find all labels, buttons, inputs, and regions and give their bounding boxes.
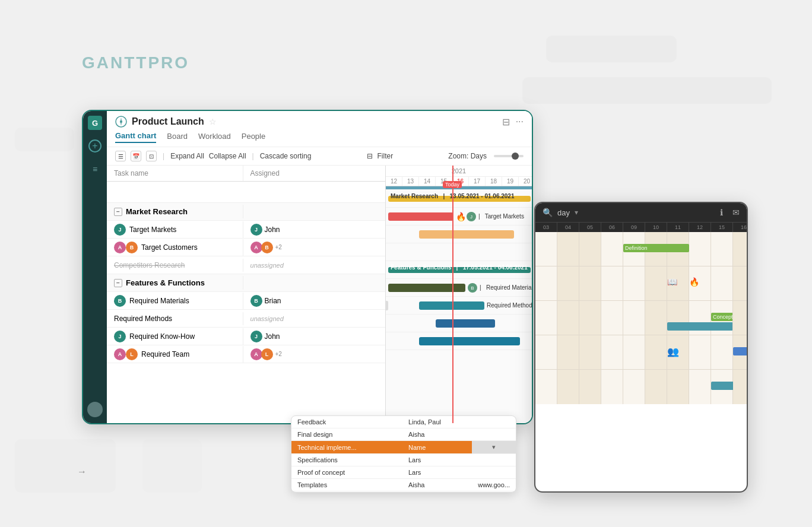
section-toggle-features[interactable]: − — [114, 279, 122, 287]
cal-date-15: 15 — [711, 223, 733, 232]
more-options-icon[interactable]: ··· — [516, 116, 524, 127]
zoom-label: Zoom: Days — [448, 152, 487, 160]
task-cell-required-knowhow: J Required Know-How — [107, 328, 243, 345]
second-window-calendar: 🔍 day ▾ ℹ ✉ 03 04 05 06 09 10 11 12 15 1… — [534, 202, 748, 493]
toolbar-export-icon[interactable]: ⊡ — [146, 151, 157, 161]
bar-label-tm: | Target Markets — [478, 213, 524, 220]
cell-extra-proof — [472, 466, 516, 479]
sidebar-add-button[interactable]: + — [88, 139, 102, 153]
bar-required-knowhow — [436, 319, 495, 328]
cal-mail-icon[interactable]: ✉ — [732, 208, 740, 217]
cal-row-3: Concept — [535, 301, 747, 335]
avatar-tm-chart: J — [467, 212, 476, 221]
main-gantt-window: G + ≡ Product Launch ☆ ⊟ ··· — [82, 110, 533, 424]
bar-label-rm: | Required Materials 17.05.202 — [480, 284, 532, 291]
cal-info-icon[interactable]: ℹ — [720, 208, 723, 217]
zoom-slider[interactable] — [494, 155, 524, 157]
filter-icon[interactable]: ⊟ — [367, 152, 373, 160]
cascade-sorting-btn[interactable]: Cascade sorting — [260, 152, 312, 160]
cal-cell-4-4 — [601, 335, 623, 369]
plus-badge-team: +2 — [275, 351, 282, 357]
bar-target-markets — [388, 212, 453, 221]
avatar-assigned-tc-2: B — [261, 242, 273, 253]
cal-row-1: Definition — [535, 232, 747, 266]
avatar-assigned-team-1: A — [250, 348, 262, 360]
avatar-assigned-tc-1: A — [250, 242, 262, 253]
task-name-required-materials: Required Materials — [129, 297, 189, 305]
tab-workload[interactable]: Workload — [198, 132, 231, 142]
cal-cell-5-2 — [557, 370, 579, 404]
sliders-icon[interactable]: ⊟ — [502, 116, 510, 128]
toolbar-separator-1: | — [163, 152, 164, 160]
assigned-target-customers: A B +2 — [243, 239, 385, 256]
task-cell-required-materials: B Required Materials — [107, 293, 243, 309]
avatar-john-rk: J — [114, 331, 126, 342]
cell-chevron-technical[interactable]: ▾ — [472, 441, 516, 454]
cal-cell-1-9 — [711, 232, 733, 266]
cal-cell-3-4 — [601, 301, 623, 335]
assigned-required-materials: B Brian — [243, 293, 385, 309]
cal-cell-4-8 — [689, 335, 711, 369]
project-title: Product Launch — [132, 116, 204, 127]
avatar-tc-2: B — [126, 242, 138, 253]
event-definition: Definition — [623, 244, 689, 252]
cal-cell-3-10 — [733, 301, 748, 335]
sidebar-menu-icon[interactable]: ≡ — [93, 164, 97, 174]
cal-cell-2-1 — [535, 266, 557, 300]
tab-gantt-chart[interactable]: Gantt chart — [115, 131, 156, 143]
toolbar: ☰ 📅 ⊡ | Expand All Collapse All | Cascad… — [107, 147, 532, 166]
table-row-feedback: Feedback Linda, Paul — [291, 416, 516, 428]
task-name-required-knowhow: Required Know-How — [129, 332, 195, 341]
cell-task-feedback: Feedback — [291, 416, 402, 428]
table-row-technical[interactable]: Technical impleme... Name ▾ — [291, 441, 516, 454]
cal-search-icon[interactable]: 🔍 — [543, 208, 553, 217]
chart-row-target-markets: 🔥 J | Target Markets — [386, 208, 532, 226]
bar-label-rme: Required Methods — [487, 302, 532, 309]
tab-board[interactable]: Board — [167, 132, 188, 142]
assigned-required-methods: unassigned — [243, 313, 385, 325]
avatar-assigned-john: J — [250, 224, 262, 236]
expand-all-btn[interactable]: Expand All — [170, 152, 204, 160]
assigned-competitors: unassigned — [243, 259, 385, 271]
toolbar-calendar-icon[interactable]: 📅 — [131, 151, 141, 161]
cell-assigned-technical: Name — [402, 441, 472, 454]
avatar-brian: B — [114, 295, 126, 307]
gantt-left: Task name Assigned − Market Research — [107, 166, 386, 423]
star-icon[interactable]: ☆ — [209, 117, 217, 126]
toolbar-list-icon[interactable]: ☰ — [115, 151, 126, 161]
cal-row-2: 📖 🔥 — [535, 266, 747, 301]
chart-row-features-section: Features & Functions | 17.05.2021 - 04.0… — [386, 261, 532, 279]
bar-target-customers — [419, 230, 514, 239]
app-header: Product Launch ☆ ⊟ ··· Gantt chart Board… — [107, 111, 532, 147]
avatar-tc-1: A — [114, 242, 126, 253]
cell-extra-specifications — [472, 454, 516, 466]
tab-people[interactable]: People — [242, 132, 265, 142]
scroll-left-btn[interactable]: ◀ — [386, 301, 388, 310]
cal-cell-4-6 — [645, 335, 667, 369]
day-14: 14 — [419, 177, 436, 186]
cal-cell-5-1 — [535, 370, 557, 404]
collapse-all-btn[interactable]: Collapse All — [209, 152, 246, 160]
bar-required-team — [419, 337, 520, 345]
section-assigned-features — [243, 281, 385, 285]
cal-cell-2-8 — [689, 266, 711, 300]
col-assigned-header: Assigned — [243, 166, 385, 181]
cal-cell-2-9 — [711, 266, 733, 300]
cal-cell-3-6 — [645, 301, 667, 335]
filter-label[interactable]: Filter — [378, 152, 394, 160]
sidebar-avatar[interactable] — [87, 402, 103, 417]
section-toggle-market-research[interactable]: − — [114, 208, 122, 216]
row-required-team: A L Required Team A L +2 — [107, 345, 385, 363]
task-cell-required-methods: Required Methods — [107, 312, 243, 325]
task-cell-target-markets: J Target Markets — [107, 221, 243, 238]
cell-task-technical: Technical impleme... — [291, 441, 402, 454]
cal-chevron-icon[interactable]: ▾ — [575, 208, 578, 217]
section-task-cell-market-research: − Market Research — [107, 205, 243, 218]
cell-extra-templates: www.goo... — [472, 479, 516, 491]
cell-extra-feedback — [472, 416, 516, 428]
cell-task-proof: Proof of concept — [291, 466, 402, 479]
cal-row-5 — [535, 370, 747, 404]
cal-date-16: 16 — [733, 223, 747, 232]
flame-icon: 🔥 — [456, 212, 466, 221]
cal-date-11: 11 — [667, 223, 689, 232]
